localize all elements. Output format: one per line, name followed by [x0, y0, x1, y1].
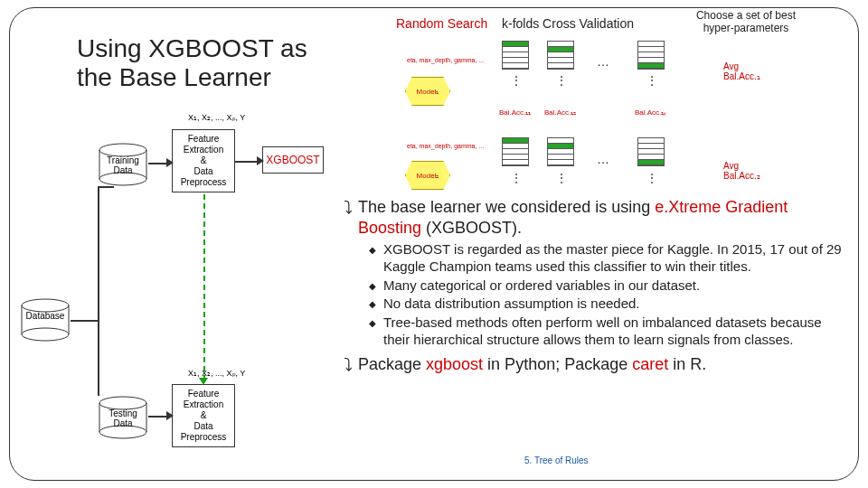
svg-point-0: [22, 299, 69, 312]
dashed-arrow: [203, 194, 205, 380]
bal-acc-label: Bal.Acc.₁₂: [544, 108, 576, 117]
diamond-icon: ◆: [369, 299, 376, 313]
fold-box: [502, 137, 529, 166]
arrow: [98, 320, 99, 396]
label-choose-best: Choose a set of best hyper-parameters: [687, 9, 805, 35]
fold-box: [547, 41, 574, 70]
hex-model-1: Model₁: [405, 77, 450, 106]
diamond-icon: ◆: [369, 318, 376, 349]
slide-title: Using XGBOOST as the Base Learner: [77, 34, 348, 92]
body-text: ⤵ The base learner we considered is usin…: [344, 197, 852, 380]
hdots-icon: …: [597, 54, 612, 69]
arrow: [98, 186, 114, 188]
diamond-icon: ◆: [369, 245, 376, 276]
fold-box: [637, 137, 665, 166]
arrowhead-icon: [166, 158, 174, 167]
feature-extraction-box-2: Feature Extraction & Data Preprocess: [172, 384, 235, 447]
diamond-icon: ◆: [369, 281, 376, 295]
vdots-icon: ⋮: [511, 74, 524, 87]
svg-point-1: [22, 328, 69, 341]
bal-acc-label: Bal.Acc.₁ₖ: [635, 108, 666, 117]
params-label-2: eta, max_depth, gamma, ...: [407, 143, 484, 149]
vdots-icon: ⋮: [556, 172, 569, 184]
arrow: [71, 320, 98, 322]
arrowhead-icon: [199, 378, 208, 385]
feature-extraction-box-1: Feature Extraction & Data Preprocess: [172, 129, 235, 192]
arrowhead-icon: [257, 156, 264, 165]
label-random-search: Random Search: [396, 16, 487, 31]
bal-acc-label: Bal.Acc.₁₁: [499, 108, 531, 117]
fold-box: [502, 41, 529, 70]
bullet-icon: ⤵: [344, 354, 353, 377]
hdots-icon: …: [597, 152, 612, 166]
cylinder-training: Training Data: [98, 143, 148, 186]
vars-label-2: X₁, X₂, ..., Xₚ, Y: [188, 369, 245, 378]
arrow: [98, 186, 99, 320]
arrowhead-icon: [166, 411, 174, 420]
peek-tree-rules: 5. Tree of Rules: [524, 455, 589, 465]
fold-box: [637, 41, 665, 70]
avg-acc-1: Avg Bal.Acc.₁: [723, 61, 778, 81]
testing-label: Testing Data: [98, 408, 148, 428]
label-kfolds: k-folds Cross Validation: [495, 16, 640, 31]
xgboost-box: XGBOOST: [262, 146, 324, 174]
svg-point-4: [99, 397, 146, 409]
arrow: [148, 416, 168, 418]
vdots-icon: ⋮: [646, 172, 659, 184]
cylinder-database: Database: [20, 298, 71, 342]
bullet-icon: ⤵: [344, 197, 353, 238]
hex-model-2: Model₂: [405, 161, 450, 190]
avg-acc-2: Avg Bal.Acc.₂: [723, 161, 778, 181]
fold-box: [547, 137, 574, 166]
svg-point-2: [99, 144, 146, 156]
arrow: [235, 161, 259, 163]
vars-label-1: X₁, X₂, ..., Xₚ, Y: [188, 113, 245, 122]
arrow: [148, 163, 168, 164]
vdots-icon: ⋮: [511, 172, 524, 184]
vdots-icon: ⋮: [556, 74, 569, 87]
vdots-icon: ⋮: [646, 74, 659, 87]
params-label-1: eta, max_depth, gamma, ...: [407, 57, 484, 63]
db-label: Database: [20, 311, 71, 321]
cylinder-testing: Testing Data: [98, 396, 148, 439]
training-label: Training Data: [98, 155, 148, 175]
